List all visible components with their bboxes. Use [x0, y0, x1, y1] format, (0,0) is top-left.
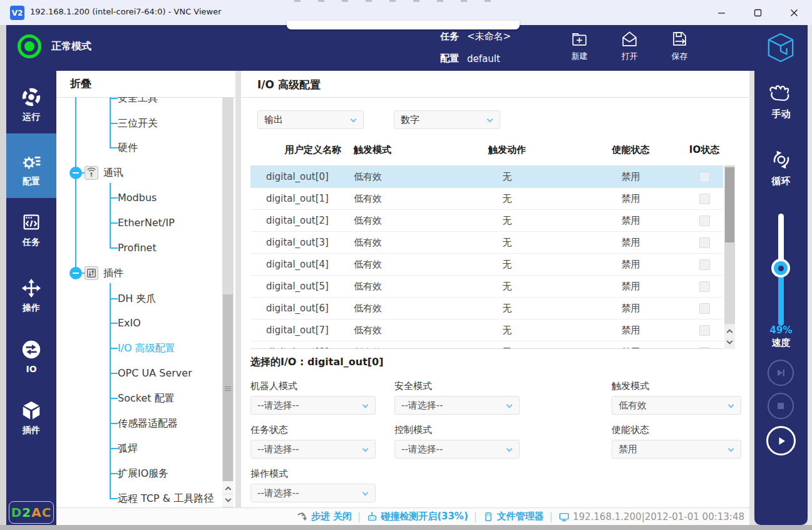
sidebar-item-task[interactable]: 任务 [6, 212, 56, 248]
collision-detection-toggle[interactable]: 碰撞检测开启(33%) [366, 511, 468, 522]
table-row[interactable]: digital_out[2]低有效无禁用 [250, 210, 723, 232]
tree-item-profinet[interactable]: Profinet [118, 241, 157, 256]
vnc-toolbar-peek[interactable] [287, 21, 520, 29]
form-label-trigger-mode: 触发模式 [612, 380, 741, 392]
sliders-icon [85, 266, 98, 280]
minimize-button[interactable] [703, 0, 739, 25]
tree-item-three-position-switch[interactable]: 三位开关 [118, 116, 158, 131]
tree-item-arc-welding[interactable]: 弧焊 [118, 441, 138, 456]
tree-item-dh-gripper[interactable]: DH 夹爪 [118, 291, 156, 306]
table-row[interactable]: digital_out[4]低有效无禁用 [250, 254, 723, 276]
tree-tick-line [110, 98, 118, 99]
form-select-operation-mode[interactable]: --请选择-- [250, 484, 376, 502]
tree-scroll-up-button[interactable] [222, 481, 234, 494]
step-toggle[interactable]: 步进 关闭 [297, 511, 352, 522]
io-state-checkbox[interactable] [699, 281, 710, 292]
sidebar-item-operation[interactable]: 操作 [6, 278, 56, 314]
chevron-down-icon [362, 490, 369, 496]
io-type-select[interactable]: 数字 [394, 110, 500, 129]
io-state-checkbox[interactable] [699, 237, 710, 248]
sidebar-item-label: 任务 [23, 237, 40, 248]
tree-collapse-toggle-communication[interactable] [69, 167, 82, 179]
io-state-checkbox[interactable] [699, 259, 710, 270]
speed-slider-thumb[interactable] [771, 259, 790, 278]
form-select-control-mode[interactable]: --请选择-- [394, 440, 520, 459]
collapse-button[interactable]: 折叠 [70, 76, 91, 91]
tree-item-socket-config[interactable]: Socket 配置 [118, 391, 175, 406]
table-row[interactable]: digital_out[5]低有效无禁用 [250, 276, 723, 298]
run-icon [21, 86, 42, 108]
tree-item-safety-tools[interactable]: 安全工具 [118, 97, 158, 106]
cube-icon [21, 400, 42, 421]
table-row[interactable]: digital_out[1]低有效无禁用 [250, 188, 723, 210]
new-task-button[interactable]: 新建 [560, 29, 599, 67]
step-forward-button[interactable] [768, 360, 794, 386]
tree-item-sensor-adapter[interactable]: 传感器适配器 [118, 416, 178, 431]
form-select-value: --请选择-- [257, 400, 299, 411]
tree-item-modbus[interactable]: Modbus [118, 190, 157, 205]
form-select-robot-mode[interactable]: --请选择-- [250, 396, 376, 415]
form-select-task-status[interactable]: --请选择-- [250, 440, 376, 459]
io-state-checkbox[interactable] [699, 216, 710, 226]
open-button[interactable]: 打开 [610, 29, 649, 67]
tree-item-communication[interactable]: 通讯 [103, 165, 123, 180]
table-row[interactable]: digital_out[8]低有效无禁用 [250, 341, 723, 349]
app-root: V2 192.168.1.200 (intel-corei7-64:0) - V… [0, 0, 812, 530]
io-state-checkbox[interactable] [699, 303, 710, 314]
table-scrollbar-thumb[interactable] [725, 167, 734, 242]
form-select-safety-mode[interactable]: --请选择-- [394, 396, 520, 415]
file-manager-button[interactable]: 文件管理器 [483, 511, 544, 522]
tree-tick-line [110, 373, 118, 374]
tree-item-hardware[interactable]: 硬件 [118, 140, 138, 155]
table-row[interactable]: digital_out[3]低有效无禁用 [250, 232, 723, 254]
io-state-checkbox[interactable] [699, 347, 710, 350]
d2ac-letter: A [31, 505, 41, 520]
form-select-value: --请选择-- [257, 487, 299, 499]
close-button[interactable] [776, 0, 812, 25]
cycle-mode-button[interactable]: 循环 [754, 148, 808, 187]
speed-label: 速度 [754, 337, 808, 349]
tree-scrollbar[interactable] [222, 97, 234, 507]
manual-mode-button[interactable]: 手动 [754, 82, 808, 120]
io-state-checkbox[interactable] [699, 325, 710, 336]
antenna-icon [85, 166, 98, 180]
sidebar-item-config[interactable]: 配置 [6, 151, 56, 187]
separator: | [550, 511, 553, 522]
task-code-icon [21, 212, 42, 233]
io-state-checkbox[interactable] [699, 194, 710, 204]
stop-button[interactable] [768, 393, 794, 419]
maximize-button[interactable] [739, 0, 776, 25]
cell-io-status [686, 259, 723, 270]
save-button[interactable]: 保存 [660, 29, 699, 67]
table-row[interactable]: digital_out[6]低有效无禁用 [250, 298, 723, 320]
tree-item-io-advanced-config[interactable]: I/O 高级配置 [118, 341, 175, 356]
tree-scroll-down-button[interactable] [222, 494, 234, 507]
table-scroll-down-button[interactable] [724, 336, 735, 349]
chevron-down-icon [728, 446, 734, 452]
tree-item-remote-tcp-tool-path[interactable]: 远程 TCP & 工具路径 [118, 491, 213, 506]
tree-scrollbar-thumb[interactable] [223, 294, 233, 482]
tree-item-plugin[interactable]: 插件 [103, 266, 123, 281]
table-row[interactable]: digital_out[0]低有效无禁用 [250, 166, 723, 188]
sidebar-item-run[interactable]: 运行 [6, 86, 56, 123]
form-select-trigger-mode[interactable]: 低有效 [612, 396, 741, 415]
tree-item-extended-io-service[interactable]: 扩展IO服务 [118, 466, 168, 481]
sidebar-item-plugin[interactable]: 插件 [6, 400, 56, 436]
window-title: 192.168.1.200 (intel-corei7-64:0) - VNC … [30, 7, 222, 16]
io-state-checkbox[interactable] [699, 172, 710, 182]
table-scrollbar[interactable] [724, 165, 735, 349]
tree-collapse-toggle-plugin[interactable] [69, 267, 82, 279]
tree-item-opc-ua-server[interactable]: OPC UA Server [118, 366, 192, 381]
cell-name: digital_out[8] [250, 346, 354, 349]
table-row[interactable]: digital_out[7]低有效无禁用 [250, 320, 723, 341]
page-title: I/O 高级配置 [257, 78, 321, 92]
tree-item-ethernet-ip[interactable]: EtherNet/IP [118, 216, 175, 231]
io-direction-select[interactable]: 输出 [257, 110, 364, 129]
stop-icon [774, 400, 787, 412]
sidebar-item-io[interactable]: IO [6, 339, 56, 374]
form-select-value: --请选择-- [401, 444, 443, 455]
table-scroll-up-button[interactable] [724, 324, 735, 336]
tree-item-exio[interactable]: ExIO [118, 316, 141, 331]
play-button[interactable] [766, 426, 796, 455]
form-select-enable-status[interactable]: 禁用 [612, 440, 741, 459]
